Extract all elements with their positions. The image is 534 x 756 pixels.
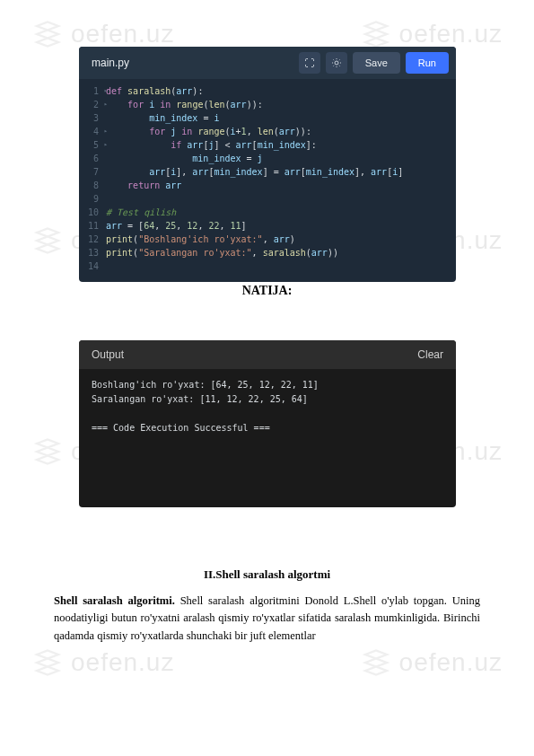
watermark: oefen.uz [31, 646, 174, 679]
save-button[interactable]: Save [353, 52, 400, 74]
result-heading: NATIJA: [0, 284, 534, 298]
code-line: 7 arr[i], arr[min_index] = arr[min_index… [79, 165, 456, 179]
line-number: 13 [86, 246, 106, 259]
filename-label: main.py [92, 57, 293, 69]
code-content: # Test qilish [106, 206, 176, 219]
watermark: oefen.uz [360, 18, 503, 50]
clear-button[interactable]: Clear [417, 348, 443, 361]
code-line: 13print("Saralangan ro'yxat:", saralash(… [79, 246, 456, 259]
section-title: II.Shell saralash algortmi [0, 567, 534, 582]
code-line: 2 for i in range(len(arr)): [79, 98, 456, 111]
code-content: print("Saralangan ro'yxat:", saralash(ar… [106, 246, 338, 259]
code-content: for i in range(len(arr)): [106, 98, 263, 111]
output-panel: Output Clear Boshlang'ich ro'yxat: [64, … [79, 340, 456, 507]
code-content: if arr[j] < arr[min_index]: [106, 138, 317, 152]
editor-header: main.py Save Run [79, 47, 456, 79]
watermark: oefen.uz [360, 646, 503, 679]
code-content: min_index = j [106, 152, 263, 165]
line-number: 14 [86, 259, 106, 273]
line-number: 4 [86, 125, 106, 138]
code-editor: main.py Save Run 1def saralash(arr):2 fo… [79, 47, 456, 282]
code-content: for j in range(i+1, len(arr)): [106, 125, 311, 138]
line-number: 6 [86, 152, 106, 165]
line-number: 11 [86, 219, 106, 233]
line-number: 8 [86, 179, 106, 192]
output-title: Output [92, 348, 124, 361]
code-line: 4 for j in range(i+1, len(arr)): [79, 125, 456, 138]
line-number: 12 [86, 233, 106, 246]
svg-point-0 [335, 61, 338, 65]
line-number: 2 [86, 98, 106, 111]
line-number: 5 [86, 138, 106, 152]
line-number: 3 [86, 111, 106, 125]
output-header: Output Clear [79, 340, 456, 369]
code-line: 8 return arr [79, 179, 456, 192]
code-content: arr = [64, 25, 12, 22, 11] [106, 219, 247, 233]
code-line: 3 min_index = i [79, 111, 456, 125]
watermark: oefen.uz [31, 18, 174, 50]
line-number: 9 [86, 192, 106, 206]
code-content: arr[i], arr[min_index] = arr[min_index],… [106, 165, 403, 179]
line-number: 10 [86, 206, 106, 219]
body-paragraph: Shell saralash algoritmi. Shell saralash… [54, 593, 480, 645]
code-line: 9 [79, 192, 456, 206]
line-number: 1 [86, 84, 106, 98]
output-text: Boshlang'ich ro'yxat: [64, 25, 12, 22, 1… [79, 369, 456, 507]
code-content: return arr [106, 179, 181, 192]
code-content: print("Boshlang'ich ro'yxat:", arr) [106, 233, 295, 246]
code-line: 11arr = [64, 25, 12, 22, 11] [79, 219, 456, 233]
code-line: 10# Test qilish [79, 206, 456, 219]
code-line: 1def saralash(arr): [79, 84, 456, 98]
code-line: 12print("Boshlang'ich ro'yxat:", arr) [79, 233, 456, 246]
code-area[interactable]: 1def saralash(arr):2 for i in range(len(… [79, 79, 456, 282]
line-number: 7 [86, 165, 106, 179]
code-content: def saralash(arr): [106, 84, 203, 98]
run-button[interactable]: Run [406, 52, 449, 74]
expand-icon[interactable] [299, 52, 320, 74]
code-line: 14 [79, 259, 456, 273]
code-content: min_index = i [106, 111, 219, 125]
code-line: 5 if arr[j] < arr[min_index]: [79, 138, 456, 152]
theme-icon[interactable] [326, 52, 347, 74]
code-line: 6 min_index = j [79, 152, 456, 165]
